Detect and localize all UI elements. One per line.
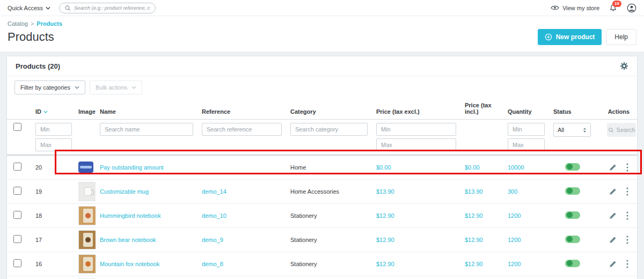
person-icon: [627, 3, 636, 13]
quick-access-label: Quick Access: [8, 5, 43, 11]
product-id: 20: [35, 164, 42, 171]
select-arrows-icon: [583, 127, 587, 133]
kebab-menu-icon: [626, 236, 628, 244]
filter-status-selected-value: All: [558, 127, 564, 133]
filter-price-max-input[interactable]: [376, 138, 456, 151]
product-quantity: 1200: [508, 237, 521, 243]
product-reference-link[interactable]: demo_10: [202, 212, 226, 219]
edit-button[interactable]: [609, 236, 617, 244]
product-category: Home: [290, 164, 306, 171]
product-category: Stationery: [290, 212, 317, 219]
quick-access-menu[interactable]: Quick Access: [8, 5, 50, 11]
filter-quantity-min-input[interactable]: [508, 123, 545, 136]
product-name-link[interactable]: Brown bear notebook: [100, 237, 156, 243]
filter-name-input[interactable]: [100, 123, 193, 136]
panel-title: Products (20): [16, 62, 60, 70]
row-menu-button[interactable]: [626, 236, 628, 244]
row-menu-button[interactable]: [626, 163, 628, 172]
product-price-incl: $13.90: [465, 188, 483, 195]
product-reference-link[interactable]: demo_9: [202, 237, 223, 243]
product-price-incl: $12.90: [465, 237, 483, 243]
panel-settings-button[interactable]: [620, 62, 628, 70]
row-menu-button[interactable]: [626, 187, 628, 196]
plus-circle-icon: [545, 33, 552, 41]
filter-category-input[interactable]: [290, 123, 368, 136]
filter-status-select[interactable]: All: [553, 123, 591, 137]
sort-caret-icon: [43, 111, 48, 113]
product-price-incl: $12.90: [465, 212, 483, 219]
product-price-incl: $12.90: [465, 261, 483, 267]
status-toggle[interactable]: [565, 260, 580, 267]
view-my-store-link[interactable]: View my store: [551, 5, 599, 11]
notifications-button[interactable]: 10: [609, 4, 617, 12]
column-header-image: Image: [63, 100, 96, 120]
filter-quantity-max-input[interactable]: [508, 138, 545, 151]
product-reference-link[interactable]: demo_8: [202, 261, 223, 267]
status-toggle[interactable]: [565, 187, 580, 195]
filter-reference-input[interactable]: [202, 123, 282, 136]
row-checkbox[interactable]: [13, 235, 21, 243]
new-product-button[interactable]: New product: [538, 29, 602, 45]
product-name-link[interactable]: Mountain fox notebook: [100, 261, 159, 267]
edit-button[interactable]: [609, 260, 617, 268]
pencil-icon: [609, 164, 617, 171]
table-row-product-19[interactable]: 19 Customizable mug demo_14 Home Accesso…: [7, 179, 637, 203]
eye-icon: [551, 5, 559, 11]
new-product-label: New product: [556, 33, 595, 41]
product-category: Stationery: [290, 261, 317, 267]
filter-id-min-input[interactable]: [35, 123, 72, 136]
product-category: Home Accessories: [290, 188, 339, 195]
select-all-checkbox[interactable]: [13, 123, 21, 131]
edit-button[interactable]: [609, 212, 617, 219]
global-search[interactable]: [59, 3, 156, 13]
global-search-input[interactable]: [74, 5, 150, 11]
filter-id-max-input[interactable]: [35, 138, 72, 151]
row-menu-button[interactable]: [626, 260, 628, 268]
column-header-id[interactable]: ID: [31, 100, 63, 120]
chevron-down-icon: [46, 6, 50, 10]
pencil-icon: [609, 260, 617, 268]
product-id: 16: [35, 261, 42, 267]
table-row-product-20[interactable]: 20 Pay outstanding amount Home $0.00 $0.…: [7, 155, 637, 179]
row-menu-button[interactable]: [626, 211, 628, 220]
pencil-icon: [609, 188, 617, 195]
status-toggle[interactable]: [565, 236, 580, 243]
row-checkbox[interactable]: [13, 163, 21, 171]
filter-price-min-input[interactable]: [376, 123, 456, 136]
product-id: 17: [35, 237, 42, 243]
product-image: [78, 182, 96, 201]
bulk-actions-button[interactable]: Bulk actions: [90, 80, 142, 94]
product-name-link[interactable]: Pay outstanding amount: [100, 164, 164, 171]
table-row-product-18[interactable]: 18 Hummingbird notebook demo_10 Statione…: [7, 203, 637, 227]
product-price-excl: $12.90: [376, 237, 394, 243]
help-button[interactable]: Help: [606, 29, 636, 45]
products-panel: Products (20) Filter by categories Bulk …: [6, 56, 638, 279]
product-reference-link[interactable]: demo_14: [202, 188, 226, 195]
row-checkbox[interactable]: [13, 211, 21, 219]
status-toggle[interactable]: [565, 211, 580, 219]
topbar: Quick Access View my store 10: [0, 0, 644, 16]
edit-button[interactable]: [609, 188, 617, 195]
edit-button[interactable]: [609, 164, 617, 171]
product-quantity: 10000: [508, 164, 524, 171]
table-row-product-17[interactable]: 17 Brown bear notebook demo_9 Stationery…: [7, 227, 637, 252]
product-name-link[interactable]: Customizable mug: [100, 188, 149, 195]
status-toggle[interactable]: [565, 163, 580, 171]
filter-by-categories-button[interactable]: Filter by categories: [14, 80, 85, 94]
row-checkbox[interactable]: [13, 187, 21, 195]
content-area: Products (20) Filter by categories Bulk …: [0, 52, 644, 279]
column-header-reference: Reference: [197, 100, 286, 120]
search-icon: [608, 127, 614, 133]
table-header-row: ID Image Name Reference Category Price (…: [7, 100, 637, 120]
filter-search-button[interactable]: Search: [607, 123, 636, 137]
product-price-excl: $0.00: [376, 164, 391, 171]
breadcrumb-products[interactable]: Products: [36, 20, 62, 27]
table-row-product-16[interactable]: 16 Mountain fox notebook demo_8 Statione…: [7, 252, 637, 276]
user-avatar[interactable]: [627, 3, 636, 13]
product-quantity: 1200: [508, 261, 521, 267]
notification-count-badge: 10: [612, 1, 621, 7]
row-checkbox[interactable]: [13, 259, 21, 267]
table-row-partial[interactable]: [7, 276, 637, 279]
product-price-excl: $13.90: [376, 188, 394, 195]
product-name-link[interactable]: Hummingbird notebook: [100, 212, 161, 219]
